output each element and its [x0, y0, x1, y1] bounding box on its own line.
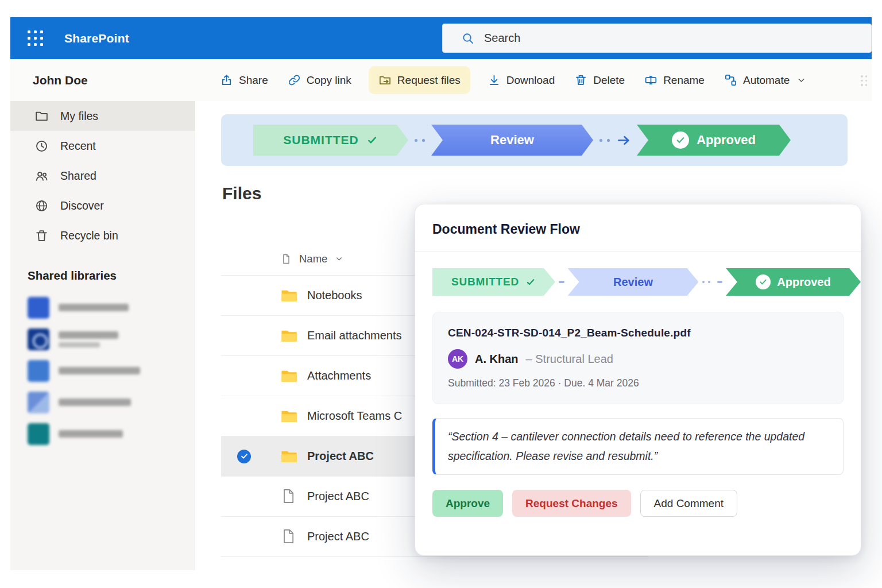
chevron-down-icon — [335, 254, 343, 263]
library-item-blurred[interactable] — [10, 386, 195, 418]
sidebar-label: Shared — [60, 169, 96, 183]
step-label: Review — [490, 133, 534, 148]
blurred-label — [59, 399, 131, 406]
search-input[interactable]: Search — [442, 24, 872, 53]
sidebar-label: Discover — [60, 199, 104, 212]
file-icon — [280, 253, 292, 265]
delete-icon — [574, 74, 587, 87]
workflow-step-approved: Approved — [637, 125, 791, 156]
rename-label: Rename — [663, 74, 705, 87]
step-label: SUBMITTED — [283, 133, 359, 147]
select-slot[interactable] — [237, 289, 251, 303]
copy-link-label: Copy link — [307, 74, 351, 87]
file-name: Project ABC — [307, 530, 369, 543]
command-actions: Share Copy link Request files Download — [220, 59, 806, 101]
panel-step-approved: Approved — [726, 268, 861, 296]
rename-icon — [644, 74, 657, 87]
automate-label: Automate — [743, 74, 790, 87]
sidebar-label: My files — [60, 110, 98, 123]
select-slot[interactable] — [237, 409, 251, 423]
file-name: Notebooks — [307, 289, 362, 302]
file-name: Attachments — [307, 369, 371, 382]
workflow-step-submitted: SUBMITTED — [253, 125, 408, 156]
rename-button[interactable]: Rename — [644, 74, 705, 87]
search-placeholder: Search — [484, 32, 520, 45]
share-label: Share — [239, 74, 268, 87]
sidebar-item-shared[interactable]: Shared — [10, 161, 195, 191]
clock-icon — [34, 139, 49, 153]
select-slot[interactable] — [237, 329, 251, 343]
delete-button[interactable]: Delete — [574, 74, 625, 87]
download-button[interactable]: Download — [488, 74, 555, 87]
file-icon — [280, 528, 297, 546]
globe-icon — [34, 199, 49, 213]
sidebar-item-recent[interactable]: Recent — [10, 131, 195, 161]
document-review-flow-panel: Document Review Flow SUBMITTED Review Ap… — [415, 204, 861, 556]
step-label: SUBMITTED — [451, 276, 519, 288]
app-title: SharePoint — [64, 32, 129, 45]
folder-icon — [280, 408, 297, 425]
library-icon — [28, 297, 49, 319]
step-label: Review — [613, 276, 653, 289]
automate-button[interactable]: Automate — [724, 74, 806, 87]
document-filename: CEN-024-STR-SD-014_P2_Beam-Schedule.pdf — [448, 327, 828, 339]
workflow-banner: SUBMITTED Review Approved — [221, 114, 848, 166]
sidebar-item-discover[interactable]: Discover — [10, 191, 195, 220]
library-item-blurred[interactable] — [10, 355, 195, 386]
shared-libraries-heading: Shared libraries — [10, 269, 195, 283]
share-button[interactable]: Share — [220, 74, 268, 87]
name-column-label: Name — [299, 253, 327, 265]
step-label: Approved — [697, 133, 756, 148]
library-icon — [28, 392, 49, 413]
panel-step-submitted: SUBMITTED — [432, 268, 555, 296]
panel-actions: Approve Request Changes Add Comment — [432, 490, 844, 517]
select-slot[interactable] — [237, 369, 251, 383]
arrow-right-icon — [616, 133, 632, 148]
request-files-icon — [378, 74, 392, 87]
sidebar-item-my-files[interactable]: My files — [10, 101, 195, 131]
selected-check-icon[interactable] — [237, 450, 251, 463]
request-files-button[interactable]: Request files — [371, 68, 468, 92]
sidebar-label: Recycle bin — [60, 229, 118, 242]
overflow-grip-icon[interactable] — [861, 75, 867, 86]
check-circle-icon — [756, 274, 771, 289]
library-icon — [28, 423, 49, 445]
command-bar: John Doe Share Copy link Request files — [10, 59, 872, 101]
folder-icon — [280, 448, 297, 465]
blurred-label — [59, 304, 129, 311]
library-item-blurred[interactable] — [10, 323, 195, 355]
copy-link-button[interactable]: Copy link — [288, 74, 351, 87]
library-icon — [28, 328, 49, 350]
library-item-blurred[interactable] — [10, 418, 195, 450]
approve-button[interactable]: Approve — [432, 490, 503, 517]
shared-libraries-list — [10, 292, 195, 450]
folder-icon — [34, 109, 49, 123]
file-icon — [280, 488, 297, 505]
request-changes-button[interactable]: Request Changes — [512, 490, 630, 517]
avatar: AK — [448, 349, 467, 369]
flow-connector — [559, 281, 564, 283]
request-files-label: Request files — [397, 74, 461, 87]
author-name: A. Khan — [475, 353, 519, 366]
folder-icon — [280, 368, 297, 385]
library-item-blurred[interactable] — [10, 292, 195, 323]
app-launcher-icon[interactable] — [28, 30, 43, 46]
library-icon — [28, 360, 49, 382]
panel-title: Document Review Flow — [415, 204, 861, 252]
select-slot[interactable] — [237, 490, 251, 504]
delete-label: Delete — [593, 74, 625, 87]
chevron-down-icon — [796, 75, 806, 85]
author-role: – Structural Lead — [526, 353, 613, 366]
files-heading: Files — [222, 184, 261, 203]
suite-bar: SharePoint Search — [10, 17, 872, 59]
check-icon — [525, 277, 536, 288]
sidebar: My files Recent Shared Discover Recycle … — [10, 101, 195, 570]
sidebar-item-recycle-bin[interactable]: Recycle bin — [10, 220, 195, 250]
flow-connector — [599, 139, 610, 142]
select-slot[interactable] — [237, 530, 251, 544]
add-comment-button[interactable]: Add Comment — [640, 490, 737, 517]
document-dates: Submitted: 23 Feb 2026 · Due. 4 Mar 2026 — [448, 377, 828, 389]
search-icon — [461, 32, 474, 45]
automate-icon — [724, 74, 737, 87]
flow-connector — [702, 281, 710, 283]
